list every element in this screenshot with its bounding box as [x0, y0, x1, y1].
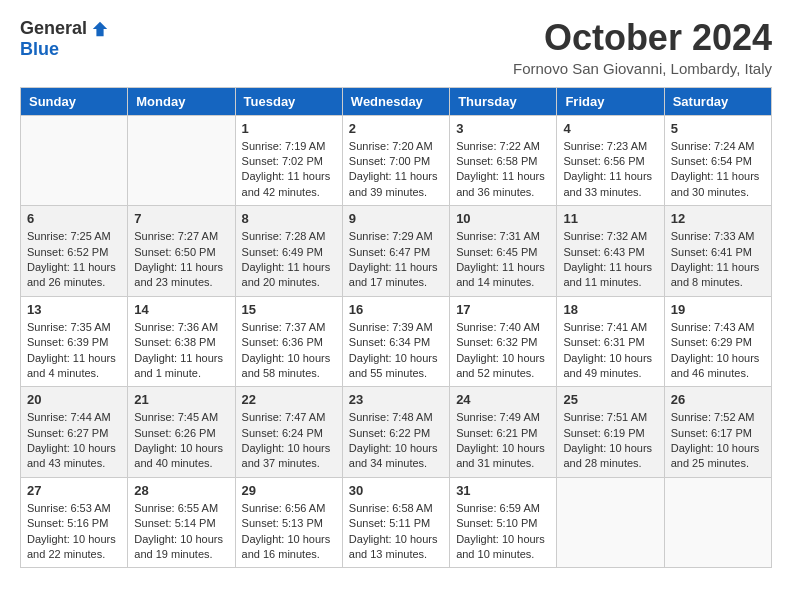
calendar-cell: 1Sunrise: 7:19 AM Sunset: 7:02 PM Daylig… [235, 115, 342, 206]
cell-content: Sunrise: 7:24 AM Sunset: 6:54 PM Dayligh… [671, 139, 765, 201]
calendar-cell: 14Sunrise: 7:36 AM Sunset: 6:38 PM Dayli… [128, 296, 235, 387]
day-number: 5 [671, 121, 765, 136]
calendar-cell: 16Sunrise: 7:39 AM Sunset: 6:34 PM Dayli… [342, 296, 449, 387]
day-number: 24 [456, 392, 550, 407]
calendar-cell: 24Sunrise: 7:49 AM Sunset: 6:21 PM Dayli… [450, 387, 557, 478]
day-header-friday: Friday [557, 87, 664, 115]
calendar-cell: 12Sunrise: 7:33 AM Sunset: 6:41 PM Dayli… [664, 206, 771, 297]
cell-content: Sunrise: 7:43 AM Sunset: 6:29 PM Dayligh… [671, 320, 765, 382]
header: General Blue October 2024 Fornovo San Gi… [10, 10, 782, 81]
cell-content: Sunrise: 7:23 AM Sunset: 6:56 PM Dayligh… [563, 139, 657, 201]
cell-content: Sunrise: 7:49 AM Sunset: 6:21 PM Dayligh… [456, 410, 550, 472]
calendar-cell: 31Sunrise: 6:59 AM Sunset: 5:10 PM Dayli… [450, 477, 557, 568]
day-number: 9 [349, 211, 443, 226]
cell-content: Sunrise: 7:45 AM Sunset: 6:26 PM Dayligh… [134, 410, 228, 472]
calendar-cell: 28Sunrise: 6:55 AM Sunset: 5:14 PM Dayli… [128, 477, 235, 568]
calendar-cell: 21Sunrise: 7:45 AM Sunset: 6:26 PM Dayli… [128, 387, 235, 478]
calendar-cell: 10Sunrise: 7:31 AM Sunset: 6:45 PM Dayli… [450, 206, 557, 297]
calendar-week-2: 6Sunrise: 7:25 AM Sunset: 6:52 PM Daylig… [21, 206, 772, 297]
calendar-cell [664, 477, 771, 568]
day-header-monday: Monday [128, 87, 235, 115]
calendar-cell: 17Sunrise: 7:40 AM Sunset: 6:32 PM Dayli… [450, 296, 557, 387]
calendar-cell: 8Sunrise: 7:28 AM Sunset: 6:49 PM Daylig… [235, 206, 342, 297]
cell-content: Sunrise: 7:22 AM Sunset: 6:58 PM Dayligh… [456, 139, 550, 201]
cell-content: Sunrise: 7:40 AM Sunset: 6:32 PM Dayligh… [456, 320, 550, 382]
cell-content: Sunrise: 7:39 AM Sunset: 6:34 PM Dayligh… [349, 320, 443, 382]
day-number: 20 [27, 392, 121, 407]
calendar-week-4: 20Sunrise: 7:44 AM Sunset: 6:27 PM Dayli… [21, 387, 772, 478]
day-header-sunday: Sunday [21, 87, 128, 115]
day-number: 4 [563, 121, 657, 136]
calendar-cell [128, 115, 235, 206]
cell-content: Sunrise: 7:32 AM Sunset: 6:43 PM Dayligh… [563, 229, 657, 291]
calendar-cell: 25Sunrise: 7:51 AM Sunset: 6:19 PM Dayli… [557, 387, 664, 478]
calendar-cell: 4Sunrise: 7:23 AM Sunset: 6:56 PM Daylig… [557, 115, 664, 206]
day-number: 19 [671, 302, 765, 317]
day-number: 21 [134, 392, 228, 407]
day-number: 7 [134, 211, 228, 226]
cell-content: Sunrise: 7:27 AM Sunset: 6:50 PM Dayligh… [134, 229, 228, 291]
cell-content: Sunrise: 7:51 AM Sunset: 6:19 PM Dayligh… [563, 410, 657, 472]
calendar-cell: 20Sunrise: 7:44 AM Sunset: 6:27 PM Dayli… [21, 387, 128, 478]
cell-content: Sunrise: 7:25 AM Sunset: 6:52 PM Dayligh… [27, 229, 121, 291]
calendar-cell: 2Sunrise: 7:20 AM Sunset: 7:00 PM Daylig… [342, 115, 449, 206]
day-header-saturday: Saturday [664, 87, 771, 115]
calendar-week-5: 27Sunrise: 6:53 AM Sunset: 5:16 PM Dayli… [21, 477, 772, 568]
svg-marker-0 [93, 21, 107, 35]
day-number: 31 [456, 483, 550, 498]
calendar-cell: 13Sunrise: 7:35 AM Sunset: 6:39 PM Dayli… [21, 296, 128, 387]
cell-content: Sunrise: 7:44 AM Sunset: 6:27 PM Dayligh… [27, 410, 121, 472]
calendar-cell: 26Sunrise: 7:52 AM Sunset: 6:17 PM Dayli… [664, 387, 771, 478]
day-number: 13 [27, 302, 121, 317]
day-number: 2 [349, 121, 443, 136]
cell-content: Sunrise: 6:59 AM Sunset: 5:10 PM Dayligh… [456, 501, 550, 563]
location-title: Fornovo San Giovanni, Lombardy, Italy [513, 60, 772, 77]
calendar-cell [21, 115, 128, 206]
cell-content: Sunrise: 6:58 AM Sunset: 5:11 PM Dayligh… [349, 501, 443, 563]
day-number: 6 [27, 211, 121, 226]
logo-icon [91, 20, 109, 38]
day-number: 28 [134, 483, 228, 498]
calendar-week-3: 13Sunrise: 7:35 AM Sunset: 6:39 PM Dayli… [21, 296, 772, 387]
cell-content: Sunrise: 7:33 AM Sunset: 6:41 PM Dayligh… [671, 229, 765, 291]
cell-content: Sunrise: 7:31 AM Sunset: 6:45 PM Dayligh… [456, 229, 550, 291]
cell-content: Sunrise: 7:35 AM Sunset: 6:39 PM Dayligh… [27, 320, 121, 382]
cell-content: Sunrise: 6:55 AM Sunset: 5:14 PM Dayligh… [134, 501, 228, 563]
calendar-cell: 6Sunrise: 7:25 AM Sunset: 6:52 PM Daylig… [21, 206, 128, 297]
calendar-cell: 3Sunrise: 7:22 AM Sunset: 6:58 PM Daylig… [450, 115, 557, 206]
calendar-cell: 22Sunrise: 7:47 AM Sunset: 6:24 PM Dayli… [235, 387, 342, 478]
day-number: 23 [349, 392, 443, 407]
day-number: 12 [671, 211, 765, 226]
calendar-cell: 7Sunrise: 7:27 AM Sunset: 6:50 PM Daylig… [128, 206, 235, 297]
cell-content: Sunrise: 7:36 AM Sunset: 6:38 PM Dayligh… [134, 320, 228, 382]
cell-content: Sunrise: 7:47 AM Sunset: 6:24 PM Dayligh… [242, 410, 336, 472]
cell-content: Sunrise: 7:37 AM Sunset: 6:36 PM Dayligh… [242, 320, 336, 382]
calendar-cell: 27Sunrise: 6:53 AM Sunset: 5:16 PM Dayli… [21, 477, 128, 568]
cell-content: Sunrise: 7:28 AM Sunset: 6:49 PM Dayligh… [242, 229, 336, 291]
cell-content: Sunrise: 7:52 AM Sunset: 6:17 PM Dayligh… [671, 410, 765, 472]
day-number: 27 [27, 483, 121, 498]
day-number: 11 [563, 211, 657, 226]
day-number: 14 [134, 302, 228, 317]
cell-content: Sunrise: 7:19 AM Sunset: 7:02 PM Dayligh… [242, 139, 336, 201]
calendar-cell: 5Sunrise: 7:24 AM Sunset: 6:54 PM Daylig… [664, 115, 771, 206]
day-number: 10 [456, 211, 550, 226]
day-number: 15 [242, 302, 336, 317]
day-number: 17 [456, 302, 550, 317]
cell-content: Sunrise: 7:29 AM Sunset: 6:47 PM Dayligh… [349, 229, 443, 291]
calendar-cell: 29Sunrise: 6:56 AM Sunset: 5:13 PM Dayli… [235, 477, 342, 568]
month-title: October 2024 [513, 18, 772, 58]
calendar-cell [557, 477, 664, 568]
day-number: 25 [563, 392, 657, 407]
calendar-cell: 18Sunrise: 7:41 AM Sunset: 6:31 PM Dayli… [557, 296, 664, 387]
cell-content: Sunrise: 6:53 AM Sunset: 5:16 PM Dayligh… [27, 501, 121, 563]
calendar-cell: 11Sunrise: 7:32 AM Sunset: 6:43 PM Dayli… [557, 206, 664, 297]
day-header-thursday: Thursday [450, 87, 557, 115]
calendar-cell: 23Sunrise: 7:48 AM Sunset: 6:22 PM Dayli… [342, 387, 449, 478]
day-number: 1 [242, 121, 336, 136]
day-number: 22 [242, 392, 336, 407]
logo: General Blue [20, 18, 109, 60]
logo-blue-text: Blue [20, 39, 59, 60]
cell-content: Sunrise: 7:48 AM Sunset: 6:22 PM Dayligh… [349, 410, 443, 472]
cell-content: Sunrise: 6:56 AM Sunset: 5:13 PM Dayligh… [242, 501, 336, 563]
